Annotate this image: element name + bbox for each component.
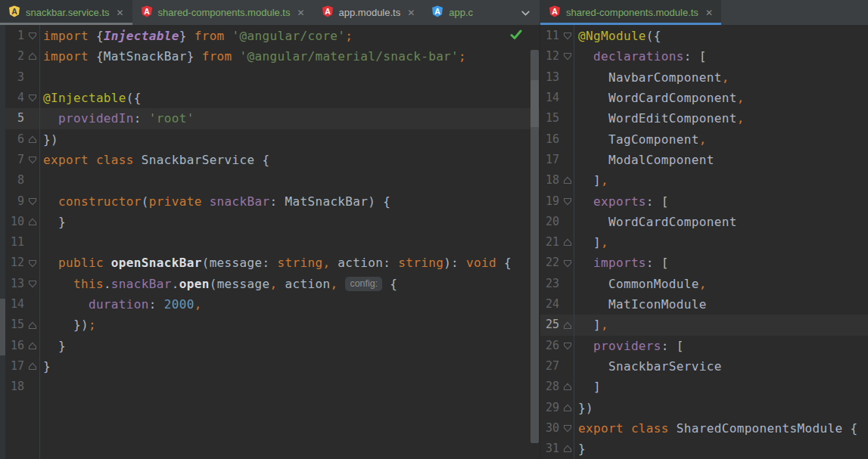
code-line[interactable]: 14 duration: 2000, <box>5 294 540 315</box>
code-line[interactable]: 12 declarations: [ <box>540 46 868 67</box>
fold-up-icon[interactable] <box>25 129 39 150</box>
code-line[interactable]: 12 public openSnackBar(message: string, … <box>5 253 540 273</box>
code-line[interactable]: 27 SnackbarService <box>540 356 868 377</box>
fold-down-icon[interactable] <box>560 336 574 356</box>
tab-snackbar-service-ts[interactable]: Asnackbar.service.ts✕ <box>0 0 132 25</box>
line-number[interactable]: 16 <box>5 336 25 356</box>
fold-down-icon[interactable] <box>560 191 574 212</box>
line-number[interactable]: 2 <box>5 46 25 67</box>
fold-down-icon[interactable] <box>25 26 39 46</box>
inlay-hint-config[interactable]: config: <box>345 277 382 291</box>
tab-app-module-ts[interactable]: Aapp.module.ts✕ <box>313 0 424 25</box>
line-number[interactable]: 16 <box>540 129 560 150</box>
line-number[interactable]: 11 <box>5 232 25 253</box>
fold-down-icon[interactable] <box>25 274 39 294</box>
cropped-left-scrollbar-thumb[interactable] <box>0 299 5 355</box>
line-number[interactable]: 12 <box>540 46 560 67</box>
line-number[interactable]: 5 <box>5 108 25 129</box>
line-number[interactable]: 6 <box>5 129 25 150</box>
line-number[interactable]: 26 <box>540 336 560 356</box>
hidden-tabs-chevron-down-icon[interactable] <box>518 6 532 20</box>
line-number[interactable]: 27 <box>540 356 560 377</box>
code-line[interactable]: 17} <box>5 356 540 377</box>
fold-up-icon[interactable] <box>25 315 39 335</box>
line-number[interactable]: 13 <box>540 67 560 88</box>
line-number[interactable]: 13 <box>5 274 25 294</box>
code-line[interactable]: 8 <box>5 170 540 191</box>
fold-down-icon[interactable] <box>560 46 574 67</box>
line-number[interactable]: 31 <box>540 439 560 459</box>
code-line[interactable]: 4@Injectable({ <box>5 88 540 108</box>
code-line[interactable]: 22 imports: [ <box>540 253 868 273</box>
fold-up-icon[interactable] <box>25 336 39 356</box>
line-number[interactable]: 22 <box>540 253 560 273</box>
line-number[interactable]: 11 <box>540 26 560 46</box>
code-line[interactable]: 24 MatIconModule <box>540 294 868 315</box>
line-number[interactable]: 25 <box>540 315 560 335</box>
line-number[interactable]: 17 <box>540 150 560 170</box>
fold-up-icon[interactable] <box>25 46 39 67</box>
fold-up-icon[interactable] <box>560 232 574 253</box>
line-number[interactable]: 10 <box>5 212 25 232</box>
tab-shared-components-module-ts[interactable]: Ashared-components.module.ts✕ <box>540 0 721 25</box>
line-number[interactable]: 1 <box>5 26 25 46</box>
code-line[interactable]: 15 }); <box>5 315 540 335</box>
left-editor-scrollbar[interactable] <box>530 50 539 443</box>
code-line[interactable]: 3 <box>5 67 540 88</box>
code-line[interactable]: 1import {Injectable} from '@angular/core… <box>5 26 540 46</box>
code-line[interactable]: 13 this.snackBar.open(message, action, c… <box>5 274 540 294</box>
fold-up-icon[interactable] <box>560 315 574 335</box>
tab-close-icon[interactable]: ✕ <box>705 8 713 18</box>
tab-close-icon[interactable]: ✕ <box>117 8 124 18</box>
code-line[interactable]: 23 CommonModule, <box>540 274 868 294</box>
code-line[interactable]: 19 exports: [ <box>540 191 868 212</box>
code-line[interactable]: 18 <box>5 377 540 397</box>
line-number[interactable]: 18 <box>5 377 25 397</box>
code-line[interactable]: 5 providedIn: 'root' <box>5 108 540 129</box>
tab-close-icon[interactable]: ✕ <box>407 8 415 18</box>
fold-up-icon[interactable] <box>25 212 39 232</box>
code-line[interactable]: 30export class SharedComponentsModule { <box>540 418 868 439</box>
code-line[interactable]: 11@NgModule({ <box>540 26 868 46</box>
code-line[interactable]: 9 constructor(private snackBar: MatSnack… <box>5 191 540 212</box>
code-line[interactable]: 16 } <box>5 336 540 356</box>
code-line[interactable]: 14 WordCardComponent, <box>540 88 868 108</box>
fold-up-icon[interactable] <box>560 398 574 418</box>
code-line[interactable]: 28 ] <box>540 377 868 397</box>
tab-shared-components-module-ts[interactable]: Ashared-components.module.ts✕ <box>132 0 313 25</box>
code-line[interactable]: 16 TagComponent, <box>540 129 868 150</box>
line-number[interactable]: 15 <box>5 315 25 335</box>
code-line[interactable]: 25 ], <box>540 315 868 335</box>
tab-app-c[interactable]: Aapp.c <box>423 0 473 25</box>
fold-up-icon[interactable] <box>560 439 574 459</box>
fold-down-icon[interactable] <box>25 253 39 273</box>
line-number[interactable]: 9 <box>5 191 25 212</box>
line-number[interactable]: 8 <box>5 170 25 191</box>
line-number[interactable]: 24 <box>540 294 560 315</box>
fold-up-icon[interactable] <box>560 377 574 397</box>
code-line[interactable]: 15 WordEditComponent, <box>540 108 868 129</box>
line-number[interactable]: 21 <box>540 232 560 253</box>
fold-down-icon[interactable] <box>25 191 39 212</box>
code-line[interactable]: 18 ], <box>540 170 868 191</box>
code-line[interactable]: 6}) <box>5 129 540 150</box>
line-number[interactable]: 14 <box>540 88 560 108</box>
line-number[interactable]: 17 <box>5 356 25 377</box>
code-line[interactable]: 17 ModalComponent <box>540 150 868 170</box>
code-line[interactable]: 13 NavbarComponent, <box>540 67 868 88</box>
code-line[interactable]: 10 } <box>5 212 540 232</box>
line-number[interactable]: 30 <box>540 418 560 439</box>
tab-close-icon[interactable]: ✕ <box>297 8 304 18</box>
line-number[interactable]: 29 <box>540 398 560 418</box>
line-number[interactable]: 3 <box>5 67 25 88</box>
code-line[interactable]: 21 ], <box>540 232 868 253</box>
code-line[interactable]: 7export class SnackbarService { <box>5 150 540 170</box>
fold-down-icon[interactable] <box>560 418 574 439</box>
left-editor-scrollbar-thumb[interactable] <box>530 80 539 127</box>
line-number[interactable]: 23 <box>540 274 560 294</box>
inspection-ok-check-icon[interactable] <box>510 29 522 40</box>
line-number[interactable]: 15 <box>540 108 560 129</box>
line-number[interactable]: 28 <box>540 377 560 397</box>
line-number[interactable]: 19 <box>540 191 560 212</box>
code-line[interactable]: 26 providers: [ <box>540 336 868 356</box>
